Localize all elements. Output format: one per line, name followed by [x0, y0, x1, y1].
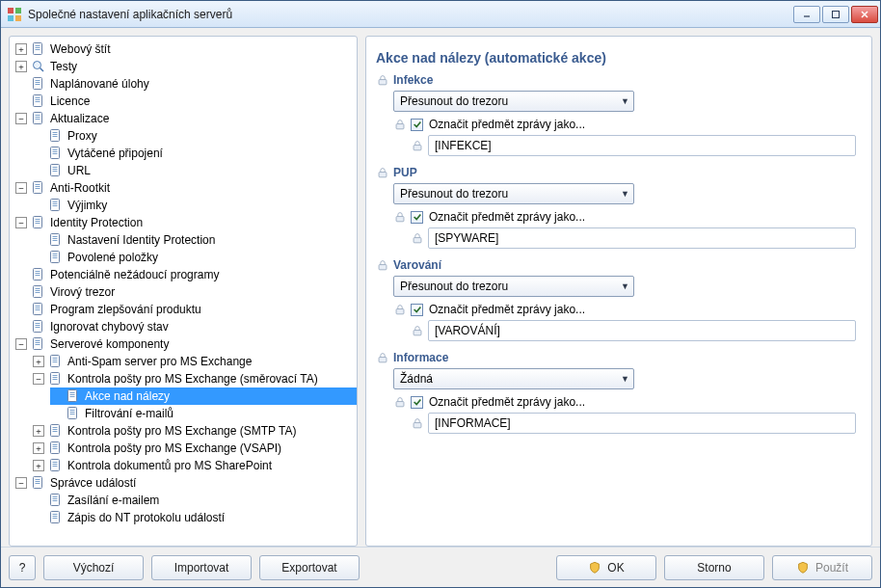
tree-item-akce-nad-nalezy[interactable]: Akce nad nálezy: [50, 388, 357, 405]
tree-item-improve[interactable]: Program zlepšování produktu: [15, 301, 357, 318]
app-window: Společné nastavení aplikačních serverů +…: [0, 0, 881, 588]
lock-icon: [393, 210, 407, 224]
checkbox-infekce[interactable]: [411, 119, 423, 131]
minimize-button[interactable]: [793, 6, 820, 23]
chevron-down-icon: ▼: [621, 189, 629, 199]
lock-icon: [376, 73, 389, 87]
tree-item-licence[interactable]: Licence: [15, 93, 357, 110]
maximize-button[interactable]: [822, 6, 849, 23]
tree-item-filtrovani[interactable]: Filtrování e-mailů: [50, 405, 357, 422]
tree-item-kontrola-vsapi[interactable]: +Kontrola pošty pro MS Exchange (VSAPI): [33, 440, 357, 457]
lock-icon: [393, 303, 407, 316]
checkbox-informace[interactable]: [411, 396, 423, 409]
tree-item-sharepoint[interactable]: +Kontrola dokumentů pro MS SharePoint: [33, 457, 357, 474]
section-title: Infekce: [393, 73, 433, 87]
lock-icon: [411, 416, 424, 430]
tree-item-kontrola-smtp[interactable]: +Kontrola pošty pro MS Exchange (SMTP TA…: [33, 422, 357, 440]
input-pup[interactable]: [SPYWARE]: [428, 227, 856, 249]
section-infekce: Infekce Přesunout do trezoru▼ Označit př…: [376, 73, 862, 156]
checkbox-varovani[interactable]: [411, 304, 423, 316]
tree-panel: +Webový štít +Testy Naplánované úlohy Li…: [9, 36, 358, 547]
cancel-button[interactable]: Storno: [664, 555, 764, 580]
tree-item-kontrola-ta[interactable]: −Kontrola pošty pro MS Exchange (směrova…: [33, 370, 357, 388]
input-informace[interactable]: [INFORMACE]: [428, 413, 856, 434]
main-panel: Akce nad nálezy (automatické akce) Infek…: [365, 36, 872, 547]
dropdown-varovani[interactable]: Přesunout do trezoru▼: [393, 276, 634, 297]
section-title: Informace: [393, 351, 448, 364]
tree-item-zapis-nt[interactable]: Zápis do NT protokolu událostí: [33, 509, 357, 526]
page-title: Akce nad nálezy (automatické akce): [376, 50, 862, 66]
section-title: PUP: [393, 166, 417, 179]
tree-item-idp-settings[interactable]: Nastavení Identity Protection: [33, 231, 357, 249]
tree-scroll[interactable]: +Webový štít +Testy Naplánované úlohy Li…: [10, 37, 357, 546]
titlebar: Společné nastavení aplikačních serverů: [1, 1, 880, 28]
tree-item-idp-allowed[interactable]: Povolené položky: [33, 249, 357, 266]
section-informace: Informace Žádná▼ Označit předmět zprávy …: [376, 351, 862, 434]
input-varovani[interactable]: [VAROVÁNÍ]: [428, 320, 856, 341]
checkbox-label: Označit předmět zprávy jako...: [429, 210, 585, 224]
content-area: +Webový štít +Testy Naplánované úlohy Li…: [1, 28, 880, 547]
section-title: Varování: [393, 258, 441, 272]
tree-item-proxy[interactable]: Proxy: [33, 127, 357, 145]
import-button[interactable]: Importovat: [151, 555, 252, 580]
help-button[interactable]: ?: [9, 555, 36, 580]
chevron-down-icon: ▼: [621, 374, 629, 384]
tree-item-pup[interactable]: Potenciálně nežádoucí programy: [15, 266, 357, 283]
shield-icon: [796, 561, 810, 575]
lock-icon: [376, 351, 389, 364]
footer: ? Výchozí Importovat Exportovat OK Storn…: [1, 547, 880, 587]
chevron-down-icon: ▼: [621, 96, 629, 106]
lock-icon: [376, 166, 389, 179]
tree-item-testy[interactable]: +Testy: [15, 58, 357, 75]
lock-icon: [411, 324, 424, 337]
checkbox-label: Označit předmět zprávy jako...: [429, 118, 585, 131]
checkbox-pup[interactable]: [411, 211, 423, 224]
tree-item-url[interactable]: URL: [33, 162, 357, 179]
checkbox-label: Označit předmět zprávy jako...: [429, 395, 585, 409]
dropdown-pup[interactable]: Přesunout do trezoru▼: [393, 183, 634, 204]
window-title: Společné nastavení aplikačních serverů: [28, 8, 793, 21]
tree-item-naplanovane-ulohy[interactable]: Naplánované úlohy: [15, 75, 357, 93]
lock-icon: [393, 118, 407, 131]
tree-item-webovy-stit[interactable]: +Webový štít: [15, 40, 357, 58]
default-button[interactable]: Výchozí: [43, 555, 144, 580]
lock-icon: [376, 258, 389, 272]
dropdown-informace[interactable]: Žádná▼: [393, 368, 634, 389]
dropdown-infekce[interactable]: Přesunout do trezoru▼: [393, 91, 634, 112]
chevron-down-icon: ▼: [621, 281, 629, 291]
lock-icon: [411, 139, 424, 152]
shield-icon: [588, 561, 601, 575]
apply-button[interactable]: Použít: [772, 555, 872, 580]
tree-item-vyjimky[interactable]: Výjimky: [33, 197, 357, 214]
tree-item-aktualizace[interactable]: −Aktualizace: [15, 110, 357, 127]
tree-item-spravce[interactable]: −Správce událostí: [15, 474, 357, 492]
tree-item-idp[interactable]: −Identity Protection: [15, 214, 357, 231]
ok-button[interactable]: OK: [556, 555, 656, 580]
close-button[interactable]: [851, 6, 878, 23]
app-icon: [7, 7, 22, 22]
section-pup: PUP Přesunout do trezoru▼ Označit předmě…: [376, 166, 862, 249]
svg-rect-12: [833, 11, 840, 17]
lock-icon: [393, 395, 407, 409]
section-varovani: Varování Přesunout do trezoru▼ Označit p…: [376, 258, 862, 341]
checkbox-label: Označit předmět zprávy jako...: [429, 303, 585, 316]
tree-item-antirootkit[interactable]: −Anti-Rootkit: [15, 179, 357, 197]
tree-item-trezor[interactable]: Virový trezor: [15, 283, 357, 301]
tree-item-zasilani[interactable]: Zasílání e-mailem: [33, 492, 357, 509]
lock-icon: [411, 231, 424, 245]
input-infekce[interactable]: [INFEKCE]: [428, 135, 856, 156]
tree-item-vytacene[interactable]: Vytáčené připojení: [33, 145, 357, 162]
tree-item-antispam[interactable]: +Anti-Spam server pro MS Exchange: [33, 353, 357, 370]
export-button[interactable]: Exportovat: [259, 555, 360, 580]
